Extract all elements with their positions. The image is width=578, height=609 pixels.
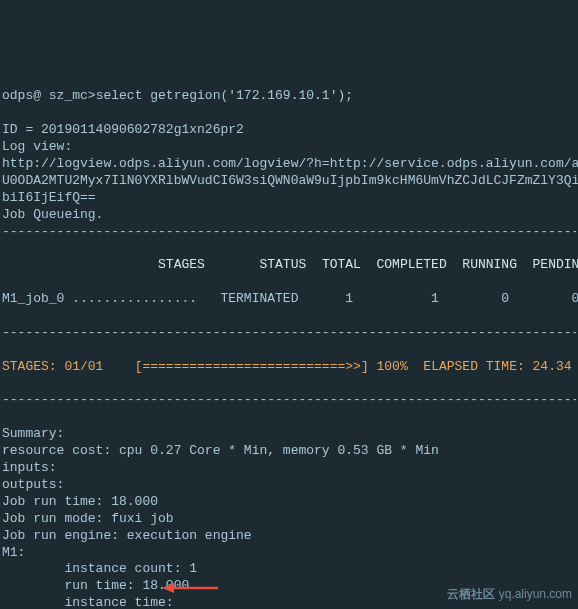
summary-mode: Job run mode: fuxi job bbox=[2, 511, 174, 526]
log-view-label: Log view: bbox=[2, 139, 72, 154]
summary-outputs: outputs: bbox=[2, 477, 64, 492]
log-url-line-1: http://logview.odps.aliyun.com/logview/?… bbox=[2, 156, 578, 171]
queue-status: Job Queueing. bbox=[2, 207, 103, 222]
log-url-line-2: U0ODA2MTU2Myx7IlN0YXRlbWVudCI6W3siQWN0aW… bbox=[2, 173, 578, 188]
summary-resource: resource cost: cpu 0.27 Core * Min, memo… bbox=[2, 443, 439, 458]
progress-bar-line: STAGES: 01/01 [=========================… bbox=[2, 359, 576, 376]
divider-mid2: ----------------------------------------… bbox=[2, 392, 576, 409]
summary-runtime: Job run time: 18.000 bbox=[2, 494, 158, 509]
table-header: STAGES STATUS TOTAL COMPLETED RUNNING PE… bbox=[2, 257, 576, 274]
divider-mid1: ----------------------------------------… bbox=[2, 325, 576, 342]
prompt-prefix: odps@ sz_mc> bbox=[2, 88, 96, 103]
summary-engine: Job run engine: execution engine bbox=[2, 528, 252, 543]
summary-inputs: inputs: bbox=[2, 460, 57, 475]
m1-instance-time-label: instance time: bbox=[2, 595, 174, 609]
watermark-url: yq.aliyun.com bbox=[499, 587, 572, 601]
summary-title: Summary: bbox=[2, 426, 64, 441]
job-id: ID = 20190114090602782g1xn26pr2 bbox=[2, 122, 244, 137]
command-text: select getregion('172.169.10.1'); bbox=[96, 88, 353, 103]
watermark: 云栖社区yq.aliyun.com bbox=[440, 572, 572, 603]
summary-m1-label: M1: bbox=[2, 545, 25, 560]
table-row: M1_job_0 ................ TERMINATED 1 1… bbox=[2, 291, 576, 308]
log-url-line-3: biI6IjEifQ== bbox=[2, 190, 96, 205]
watermark-cn: 云栖社区 bbox=[447, 587, 495, 601]
m1-instance-count: instance count: 1 bbox=[2, 561, 197, 576]
terminal-output: odps@ sz_mc>select getregion('172.169.10… bbox=[0, 68, 578, 609]
divider-top: ----------------------------------------… bbox=[2, 224, 576, 241]
m1-run-time: run time: 18.000 bbox=[2, 578, 189, 593]
